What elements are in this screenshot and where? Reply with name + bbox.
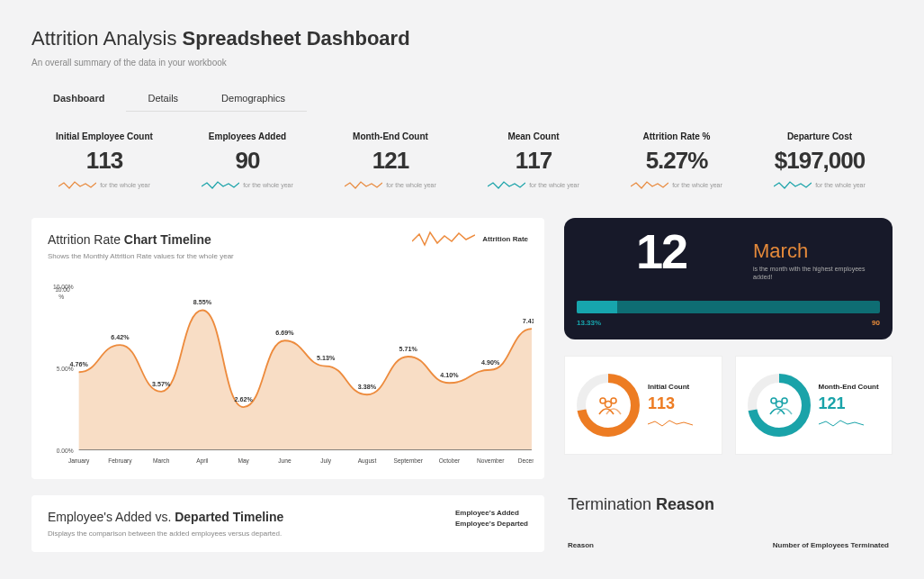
kpi-value: $197,000 [752,147,887,175]
kpi-label: Mean Count [466,131,601,141]
svg-text:6.69%: 6.69% [275,330,294,337]
svg-point-38 [782,398,787,403]
termination-card: Termination Reason Reason Number of Empl… [564,495,893,552]
page-title: Attrition Analysis Spreadsheet Dashboard [31,27,893,50]
donut-value: 113 [648,394,693,413]
kpi-5: Departure Cost $197,000 for the whole ye… [752,131,887,191]
kpi-2: Month-End Count 121 for the whole year [323,131,458,191]
donut-sparkline-icon [648,419,693,428]
highlight-card: 12 March is the month with the highest e… [564,218,893,339]
sparkline-icon [202,178,239,191]
kpi-value: 90 [180,147,315,175]
svg-text:3.57%: 3.57% [152,381,171,388]
timeline-title-bold: Departed Timeline [175,510,283,524]
tab-bar: DashboardDetailsDemographics [31,86,893,112]
sparkline-icon [488,178,525,191]
timeline-title-light: Employee's Added vs. [48,510,171,524]
svg-text:4.90%: 4.90% [481,359,500,366]
donut-chart [576,373,641,438]
kpi-label: Departure Cost [752,131,887,141]
svg-text:November: November [477,457,505,464]
svg-text:June: June [278,457,292,464]
donut-card-0: Initial Count 113 [564,356,722,455]
svg-point-34 [606,402,612,408]
title-bold: Spreadsheet Dashboard [183,27,410,50]
timeline-legend: Employee's Added Employee's Departed [455,508,528,529]
svg-text:February: February [108,457,132,465]
svg-text:4.76%: 4.76% [70,361,89,368]
svg-text:6.42%: 6.42% [111,334,130,341]
svg-point-37 [771,398,776,403]
legend-label: Attrition Rate [482,235,528,243]
svg-text:2.62%: 2.62% [235,396,254,403]
timeline-card: Employee's Added vs. Departed Timeline D… [31,495,544,552]
highlight-month: March [753,240,808,263]
kpi-subtext: for the whole year [672,182,722,188]
kpi-value: 113 [37,147,172,175]
svg-text:July: July [320,457,331,465]
svg-point-32 [600,398,606,403]
donut-row: Initial Count 113 Month-End Count 121 [564,356,893,455]
timeline-legend-departed: Employee's Departed [455,519,528,529]
kpi-subtext: for the whole year [243,182,293,188]
svg-text:%: % [58,294,64,300]
timeline-legend-added: Employee's Added [455,508,528,519]
kpi-value: 117 [466,147,601,175]
chart-title-light: Attrition Rate [48,232,121,247]
termination-title-light: Termination [568,495,651,513]
kpi-subtext: for the whole year [529,182,579,188]
svg-text:5.71%: 5.71% [399,346,418,353]
donut-sparkline-icon [819,419,864,428]
chart-subtitle: Shows the Monthly Attrition Rate values … [48,252,528,260]
kpi-subtext: for the whole year [386,182,436,188]
kpi-label: Attrition Rate % [609,131,744,141]
svg-text:7.41%: 7.41% [523,318,534,325]
chart-legend: Attrition Rate [412,229,528,249]
svg-text:10.00%: 10.00% [53,284,74,290]
donut-label: Month-End Count [819,383,879,391]
sparkline-icon [345,178,382,191]
svg-point-39 [776,402,782,408]
donut-label: Initial Count [648,383,693,391]
kpi-value: 121 [323,147,458,175]
svg-text:September: September [394,457,424,465]
kpi-label: Initial Employee Count [37,131,172,141]
kpi-3: Mean Count 117 for the whole year [466,131,601,191]
chart-area: 10.00 % 0.00%5.00%10.00% 4.76%6.42%3.57%… [48,279,534,466]
svg-point-33 [611,398,616,403]
svg-text:May: May [238,457,249,465]
svg-text:5.13%: 5.13% [317,355,336,362]
progress-fill [577,301,617,313]
kpi-row: Initial Employee Count 113 for the whole… [31,131,893,191]
kpi-subtext: for the whole year [815,182,866,188]
svg-text:March: March [153,457,170,464]
sparkline-icon [774,178,812,191]
svg-text:August: August [358,457,377,465]
attrition-chart-card: Attrition Rate Chart Timeline Shows the … [31,218,544,479]
svg-text:3.38%: 3.38% [358,384,377,391]
sparkline-icon [631,178,668,191]
kpi-value: 5.27% [609,147,744,175]
tab-demographics[interactable]: Demographics [200,86,307,112]
progress-bar [577,301,880,313]
termination-header-count: Number of Employees Terminated [773,541,889,549]
kpi-4: Attrition Rate % 5.27% for the whole yea… [609,131,744,191]
svg-text:4.10%: 4.10% [440,372,459,379]
tab-dashboard[interactable]: Dashboard [31,86,126,112]
legend-spark-icon [412,229,475,249]
highlight-description: is the month with the highest employees … [753,265,870,281]
tab-details[interactable]: Details [126,86,200,112]
kpi-subtext: for the whole year [100,182,150,188]
sparkline-icon [58,178,96,191]
kpi-label: Month-End Count [323,131,458,141]
svg-text:October: October [439,457,461,464]
progress-right-value: 90 [872,319,880,327]
page-subtitle: An overall summary of the data in your w… [31,58,893,68]
title-light: Attrition Analysis [31,27,176,50]
kpi-label: Employees Added [180,131,315,141]
svg-text:January: January [68,457,90,465]
svg-text:0.00%: 0.00% [57,448,74,454]
svg-text:December: December [518,457,534,464]
termination-title-bold: Reason [656,495,714,513]
svg-text:8.55%: 8.55% [193,299,212,306]
